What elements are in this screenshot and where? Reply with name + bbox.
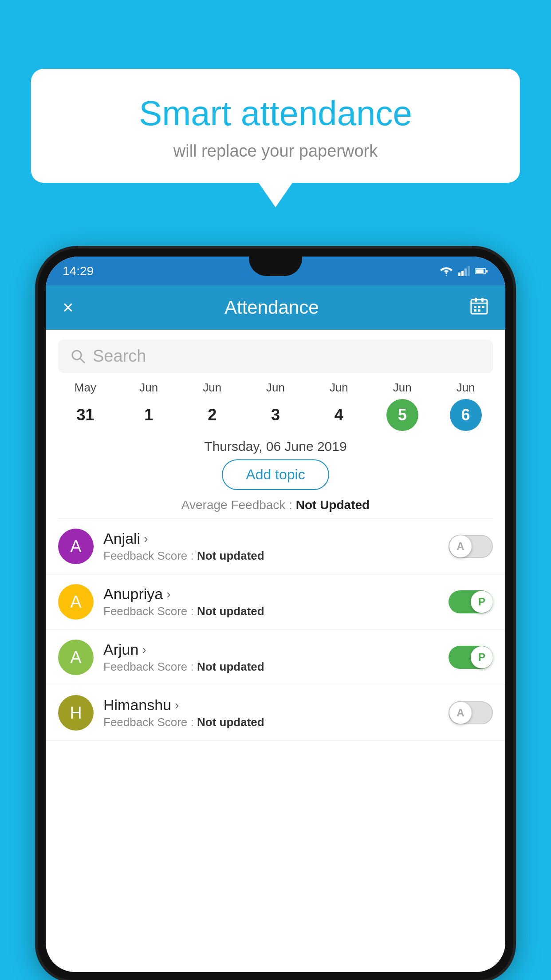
close-button[interactable]: ×	[63, 297, 74, 318]
student-list: AAnjali ›Feedback Score : Not updatedAAA…	[46, 519, 505, 741]
cal-date-label: 5	[386, 399, 418, 431]
cal-month-label: May	[75, 381, 96, 395]
calendar-icon[interactable]	[470, 296, 488, 319]
avatar: A	[58, 529, 94, 564]
cal-month-label: Jun	[203, 381, 221, 395]
student-item[interactable]: AArjun ›Feedback Score : Not updatedP	[46, 630, 505, 685]
avatar: H	[58, 695, 94, 731]
student-name: Himanshu ›	[103, 696, 439, 714]
toggle-knob: A	[449, 702, 472, 724]
svg-rect-1	[461, 271, 464, 276]
student-info: Arjun ›Feedback Score : Not updated	[103, 641, 439, 674]
svg-rect-3	[468, 266, 470, 276]
cal-date-label: 31	[69, 399, 101, 431]
signal-icon	[458, 266, 470, 276]
toggle-knob: P	[471, 591, 493, 613]
svg-rect-13	[482, 306, 484, 308]
svg-rect-9	[475, 298, 477, 302]
svg-rect-5	[476, 269, 484, 273]
search-bar[interactable]: Search	[58, 340, 493, 373]
speech-bubble: Smart attendance will replace your paper…	[31, 69, 520, 183]
svg-line-17	[80, 359, 84, 363]
svg-rect-2	[464, 269, 467, 276]
calendar-day[interactable]: Jun5	[370, 381, 434, 431]
student-feedback: Feedback Score : Not updated	[103, 605, 439, 618]
selected-date: Thursday, 06 June 2019	[46, 439, 505, 454]
chevron-icon: ›	[142, 643, 146, 657]
svg-rect-0	[458, 273, 460, 276]
bubble-subtitle: will replace your paperwork	[58, 142, 493, 161]
student-item[interactable]: HHimanshu ›Feedback Score : Not updatedA	[46, 685, 505, 741]
attendance-toggle[interactable]: P	[449, 590, 493, 613]
cal-date-label: 1	[133, 399, 165, 431]
search-placeholder: Search	[93, 347, 146, 366]
cal-month-label: Jun	[330, 381, 348, 395]
student-info: Anupriya ›Feedback Score : Not updated	[103, 585, 439, 618]
cal-month-label: Jun	[266, 381, 285, 395]
status-icons	[440, 266, 488, 276]
cal-month-label: Jun	[393, 381, 412, 395]
phone-content: Search May31Jun1Jun2Jun3Jun4Jun5Jun6 Thu…	[46, 330, 505, 972]
svg-rect-10	[481, 298, 484, 302]
calendar-day[interactable]: May31	[54, 381, 117, 431]
student-feedback: Feedback Score : Not updated	[103, 660, 439, 674]
student-info: Anjali ›Feedback Score : Not updated	[103, 530, 439, 563]
phone-frame: 14:29	[38, 249, 513, 980]
calendar-day[interactable]: Jun4	[307, 381, 370, 431]
calendar-day[interactable]: Jun6	[434, 381, 497, 431]
calendar-day[interactable]: Jun2	[181, 381, 244, 431]
svg-rect-11	[474, 306, 476, 308]
student-name: Arjun ›	[103, 641, 439, 658]
avatar: A	[58, 640, 94, 675]
svg-rect-6	[486, 270, 488, 273]
wifi-icon	[440, 266, 453, 276]
calendar-day[interactable]: Jun1	[117, 381, 181, 431]
add-topic-button[interactable]: Add topic	[222, 459, 329, 490]
app-header: × Attendance	[46, 285, 505, 330]
search-icon	[71, 349, 86, 364]
speech-bubble-tail	[259, 183, 292, 207]
cal-month-label: Jun	[457, 381, 475, 395]
student-info: Himanshu ›Feedback Score : Not updated	[103, 696, 439, 729]
speech-bubble-wrapper: Smart attendance will replace your paper…	[31, 69, 520, 207]
student-name: Anjali ›	[103, 530, 439, 547]
student-name: Anupriya ›	[103, 585, 439, 603]
cal-month-label: Jun	[139, 381, 158, 395]
svg-rect-12	[478, 306, 480, 308]
svg-rect-15	[478, 309, 480, 312]
attendance-toggle[interactable]: A	[449, 701, 493, 724]
calendar-day[interactable]: Jun3	[244, 381, 307, 431]
attendance-toggle[interactable]: A	[449, 535, 493, 558]
cal-date-label: 3	[260, 399, 291, 431]
chevron-icon: ›	[144, 532, 148, 546]
phone-notch	[249, 257, 302, 276]
chevron-icon: ›	[175, 698, 179, 712]
student-item[interactable]: AAnupriya ›Feedback Score : Not updatedP	[46, 574, 505, 630]
attendance-toggle[interactable]: P	[449, 646, 493, 669]
phone-inner: 14:29	[46, 257, 505, 972]
cal-date-label: 2	[196, 399, 228, 431]
status-time: 14:29	[63, 264, 94, 278]
toggle-knob: A	[449, 535, 472, 557]
student-feedback: Feedback Score : Not updated	[103, 549, 439, 563]
cal-date-label: 4	[323, 399, 355, 431]
svg-rect-14	[474, 309, 476, 312]
avg-feedback: Average Feedback : Not Updated	[46, 498, 505, 512]
student-feedback: Feedback Score : Not updated	[103, 715, 439, 729]
battery-icon	[475, 268, 488, 275]
bubble-title: Smart attendance	[58, 93, 493, 134]
header-title: Attendance	[224, 297, 319, 318]
cal-date-label: 6	[450, 399, 482, 431]
calendar-row: May31Jun1Jun2Jun3Jun4Jun5Jun6	[46, 381, 505, 431]
toggle-knob: P	[471, 646, 493, 668]
avatar: A	[58, 584, 94, 620]
student-item[interactable]: AAnjali ›Feedback Score : Not updatedA	[46, 519, 505, 574]
chevron-icon: ›	[166, 587, 170, 601]
